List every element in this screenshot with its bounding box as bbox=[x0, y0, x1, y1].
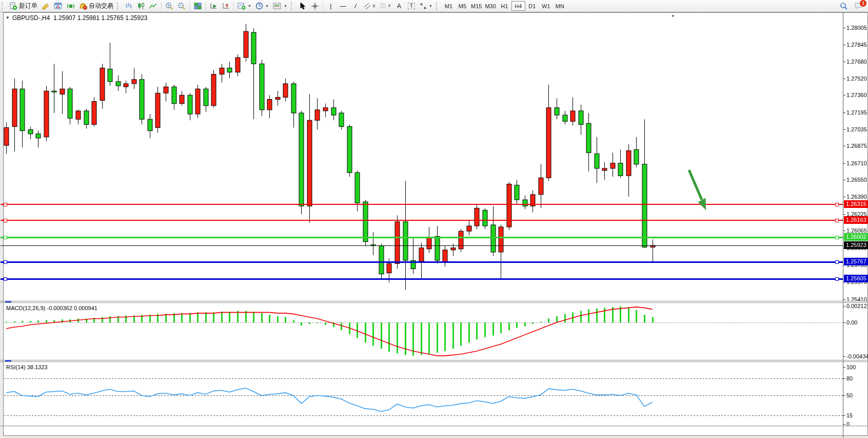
new-order-label: 新订单 bbox=[19, 2, 37, 10]
price-tick bbox=[843, 146, 845, 146]
price-tick bbox=[843, 129, 845, 130]
auto-scroll-icon bbox=[209, 2, 218, 10]
signals-button[interactable] bbox=[65, 1, 77, 11]
timeframe-m30[interactable]: M30 bbox=[483, 1, 497, 11]
splitter-grip[interactable] bbox=[5, 301, 11, 302]
price-tick bbox=[843, 214, 845, 215]
timeframe-m15[interactable]: M15 bbox=[469, 1, 483, 11]
price-tick bbox=[843, 79, 845, 79]
autotrading-button[interactable]: 自动交易 bbox=[77, 1, 115, 11]
macd-tick bbox=[843, 356, 845, 357]
timeframe-mn[interactable]: MN bbox=[553, 1, 567, 11]
chat-button[interactable]: 1 bbox=[852, 1, 865, 11]
rsi-tick-label: 15 bbox=[846, 412, 853, 418]
line-anchor-handle[interactable] bbox=[835, 219, 839, 222]
toolbar-grip[interactable] bbox=[2, 2, 5, 10]
line-anchor-handle[interactable] bbox=[4, 203, 7, 206]
new-order-icon bbox=[9, 2, 17, 10]
toolbar-grip[interactable] bbox=[436, 2, 440, 10]
candlestick-plot[interactable] bbox=[0, 12, 868, 435]
periods-dropdown[interactable]: ▼ bbox=[253, 1, 271, 11]
symbol-period-label: GBPUSD-,H4 bbox=[12, 14, 50, 22]
price-tick bbox=[843, 197, 845, 197]
resistance-line-1[interactable] bbox=[1, 204, 843, 205]
new-chart-dropdown[interactable]: ▼ bbox=[235, 1, 253, 11]
templates-dropdown[interactable]: ▼ bbox=[271, 1, 289, 11]
arrows-dropdown[interactable]: ▼ bbox=[418, 1, 435, 11]
price-badge: 1.25605 bbox=[844, 275, 868, 282]
autotrading-icon bbox=[79, 2, 87, 10]
tile-windows-button[interactable] bbox=[191, 1, 204, 11]
terminal-button[interactable] bbox=[52, 1, 65, 11]
zoom-out-button[interactable] bbox=[175, 1, 188, 11]
toolbar-separator bbox=[323, 2, 323, 11]
cursor-button[interactable] bbox=[297, 1, 309, 11]
toolbar-grip[interactable] bbox=[117, 2, 121, 10]
support-line-1[interactable] bbox=[1, 261, 843, 263]
macd-label: MACD(12,26,9) -0.000362 0.000941 bbox=[6, 305, 97, 311]
crosshair-button[interactable] bbox=[309, 1, 321, 11]
price-tick-label: 1.27520 bbox=[846, 75, 867, 82]
toolbar-separator bbox=[205, 2, 206, 11]
new-chart-icon bbox=[238, 2, 246, 10]
timeframe-w1[interactable]: W1 bbox=[539, 1, 553, 11]
line-anchor-handle[interactable] bbox=[835, 203, 839, 206]
horizontal-line-button[interactable]: — bbox=[337, 1, 349, 11]
bar-chart-button[interactable] bbox=[123, 1, 135, 11]
auto-scroll-button[interactable] bbox=[207, 1, 220, 11]
dropdown-arrow-icon: ▼ bbox=[429, 4, 432, 8]
signals-icon bbox=[67, 2, 75, 10]
candlestick-chart-button[interactable] bbox=[135, 1, 147, 11]
vertical-line-button[interactable]: | bbox=[325, 1, 337, 11]
line-anchor-handle[interactable] bbox=[835, 260, 839, 264]
resistance-line-2[interactable] bbox=[1, 220, 843, 221]
text-label-button[interactable]: T bbox=[405, 1, 418, 11]
timeframe-m5[interactable]: M5 bbox=[456, 1, 469, 11]
text-icon: A bbox=[397, 3, 401, 10]
line-anchor-handle[interactable] bbox=[4, 219, 7, 222]
timeframe-m1[interactable]: M1 bbox=[442, 1, 456, 11]
new-order-button[interactable]: 新订单 bbox=[7, 1, 40, 11]
chart-shift-marker-icon[interactable]: ▼ bbox=[671, 14, 675, 18]
down-arrow-annotation[interactable] bbox=[682, 166, 713, 217]
text-button[interactable]: A bbox=[393, 1, 405, 11]
panel-splitter-rsi[interactable] bbox=[0, 360, 868, 362]
splitter-grip[interactable] bbox=[5, 360, 11, 361]
metaeditor-button[interactable] bbox=[40, 1, 52, 11]
pivot-line-green[interactable] bbox=[1, 237, 843, 238]
price-badge: 1.26163 bbox=[844, 216, 868, 224]
timeframe-h1[interactable]: H1 bbox=[498, 1, 511, 11]
chart-shift-button[interactable] bbox=[220, 1, 232, 11]
price-tick bbox=[843, 112, 845, 113]
timeframe-h4[interactable]: H4 bbox=[511, 1, 525, 11]
line-anchor-handle[interactable] bbox=[4, 260, 7, 264]
line-anchor-handle[interactable] bbox=[835, 277, 839, 281]
line-anchor-handle[interactable] bbox=[4, 277, 7, 281]
panel-splitter-macd[interactable] bbox=[0, 301, 868, 303]
price-tick-label: 1.26550 bbox=[846, 177, 867, 183]
price-badge: 1.25767 bbox=[844, 258, 868, 265]
arrows-icon bbox=[420, 3, 427, 10]
line-anchor-handle[interactable] bbox=[835, 236, 839, 239]
chart-title: GBPUSD-,H4 1.25907 1.25981 1.25765 1.259… bbox=[12, 14, 148, 22]
support-line-2[interactable] bbox=[1, 278, 843, 280]
chart-title-arrow-icon[interactable]: ▼ bbox=[6, 15, 10, 20]
zoom-out-icon bbox=[177, 2, 186, 10]
fibonacci-button[interactable]: F bbox=[378, 1, 393, 11]
timeframe-d1[interactable]: D1 bbox=[525, 1, 539, 11]
toolbar-grip[interactable] bbox=[291, 2, 294, 10]
price-tick-label: 1.26390 bbox=[846, 194, 867, 200]
price-tick bbox=[843, 163, 845, 164]
line-chart-button[interactable] bbox=[147, 1, 160, 11]
equidistant-channel-button[interactable]: E bbox=[362, 1, 378, 11]
zoom-in-button[interactable] bbox=[163, 1, 175, 11]
price-tick-label: 1.27195 bbox=[846, 109, 867, 116]
rsi-tick bbox=[843, 415, 845, 416]
time-axis-border bbox=[0, 426, 868, 427]
line-anchor-handle[interactable] bbox=[4, 236, 7, 239]
macd-tick-label: 0.002121 bbox=[846, 303, 868, 309]
dropdown-arrow-icon: ▼ bbox=[265, 4, 269, 8]
price-tick-label: 1.26875 bbox=[846, 143, 867, 149]
search-button[interactable] bbox=[838, 1, 850, 11]
trendline-button[interactable]: / bbox=[349, 1, 362, 11]
